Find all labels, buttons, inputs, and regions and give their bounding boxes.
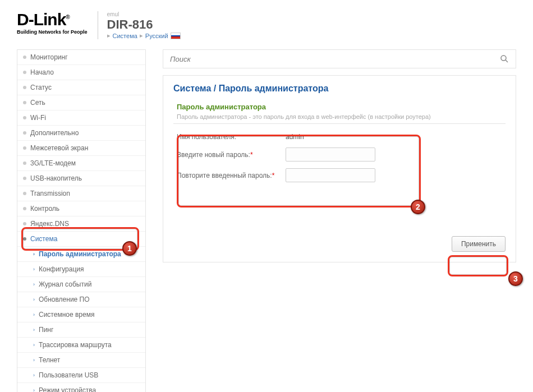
- bullet-icon: [23, 71, 26, 74]
- sub-telnet[interactable]: ›Телнет: [17, 353, 145, 368]
- header: D-Link® Building Networks for People emu…: [17, 11, 516, 39]
- username-label: Имя пользователя:: [177, 133, 283, 141]
- nav-usb-storage[interactable]: USB-накопитель: [17, 171, 145, 186]
- chevron-right-icon: ›: [33, 297, 35, 302]
- nav-start[interactable]: Начало: [17, 65, 145, 80]
- sub-event-log[interactable]: ›Журнал событий: [17, 277, 145, 292]
- repeat-password-input[interactable]: [286, 168, 375, 182]
- row-new-password: Введите новый пароль:*: [173, 144, 506, 165]
- sub-system-time[interactable]: ›Системное время: [17, 307, 145, 322]
- content: Система / Пароль администратора Пароль а…: [163, 49, 516, 262]
- emul-label: emul: [107, 11, 181, 17]
- row-repeat-password: Повторите введенный пароль:*: [173, 165, 506, 186]
- bullet-icon: [23, 177, 26, 180]
- sub-firmware-update[interactable]: ›Обновление ПО: [17, 292, 145, 307]
- bullet-icon: [23, 131, 26, 135]
- nav-system[interactable]: Система: [17, 232, 145, 247]
- svg-line-1: [506, 60, 508, 62]
- nav-monitoring[interactable]: Мониторинг: [17, 50, 145, 65]
- bullet-icon: [23, 101, 26, 104]
- brand-logo: D-Link®: [17, 11, 88, 28]
- main-panel: Система / Пароль администратора Пароль а…: [163, 75, 516, 262]
- nav-wifi[interactable]: Wi-Fi: [17, 110, 145, 126]
- username-value: admin: [286, 133, 304, 141]
- chevron-right-icon: ▸: [107, 32, 111, 39]
- nav-network[interactable]: Сеть: [17, 95, 145, 110]
- bullet-icon: [23, 116, 26, 119]
- model-box: emul DIR-816 ▸ Система ▸ Русский: [98, 11, 181, 39]
- logo-box: D-Link® Building Networks for People: [17, 11, 88, 35]
- chevron-right-icon: ›: [33, 312, 35, 317]
- new-password-label: Введите новый пароль:*: [177, 151, 283, 159]
- nav-yandex-dns[interactable]: Яндекс.DNS: [17, 216, 145, 232]
- page-title: Система / Пароль администратора: [173, 84, 506, 94]
- search-bar[interactable]: [163, 49, 516, 68]
- sub-usb-users[interactable]: ›Пользователи USB: [17, 368, 145, 383]
- apply-button[interactable]: Применить: [452, 236, 506, 252]
- bullet-icon: [23, 192, 26, 195]
- nav-control[interactable]: Контроль: [17, 201, 145, 216]
- bc-system[interactable]: Система: [113, 33, 137, 39]
- chevron-right-icon: ›: [33, 372, 35, 378]
- flag-ru-icon: [171, 33, 181, 39]
- bullet-icon: [23, 237, 26, 241]
- chevron-right-icon: ›: [33, 251, 35, 257]
- brand-slogan: Building Networks for People: [17, 29, 88, 35]
- chevron-right-icon: ›: [33, 388, 35, 392]
- bullet-icon: [23, 207, 26, 210]
- nav-status[interactable]: Статус: [17, 80, 145, 95]
- nav-3g-lte[interactable]: 3G/LTE-модем: [17, 156, 145, 171]
- nav-firewall[interactable]: Межсетевой экран: [17, 141, 145, 156]
- breadcrumb: ▸ Система ▸ Русский: [107, 32, 181, 39]
- new-password-input[interactable]: [286, 147, 375, 162]
- bullet-icon: [23, 222, 26, 225]
- chevron-right-icon: ›: [33, 266, 35, 272]
- bullet-icon: [23, 86, 26, 89]
- sub-traceroute[interactable]: ›Трассировка маршрута: [17, 338, 145, 353]
- svg-point-0: [501, 56, 506, 61]
- section-description: Пароль администратора - это пароль для в…: [173, 111, 506, 124]
- chevron-right-icon: ▸: [140, 32, 143, 39]
- sub-admin-password[interactable]: ›Пароль администратора: [17, 247, 145, 262]
- chevron-right-icon: ›: [33, 342, 35, 348]
- bc-lang[interactable]: Русский: [145, 33, 168, 39]
- chevron-right-icon: ›: [33, 282, 35, 287]
- sidebar: Мониторинг Начало Статус Сеть Wi-Fi Допо…: [17, 49, 146, 392]
- search-input[interactable]: [170, 55, 500, 63]
- sub-device-mode[interactable]: ›Режим устройства: [17, 383, 145, 392]
- model-name: DIR-816: [107, 17, 181, 32]
- repeat-password-label: Повторите введенный пароль:*: [177, 172, 283, 179]
- chevron-right-icon: ›: [33, 327, 35, 333]
- bullet-icon: [23, 146, 26, 150]
- sub-configuration[interactable]: ›Конфигурация: [17, 262, 145, 277]
- search-icon[interactable]: [500, 54, 509, 63]
- nav-advanced[interactable]: Дополнительно: [17, 126, 145, 141]
- row-username: Имя пользователя: admin: [173, 130, 506, 144]
- bullet-icon: [23, 56, 26, 59]
- bullet-icon: [23, 162, 26, 165]
- chevron-right-icon: ›: [33, 357, 35, 363]
- section-title: Пароль администратора: [177, 103, 506, 111]
- nav-transmission[interactable]: Transmission: [17, 186, 145, 201]
- sub-ping[interactable]: ›Пинг: [17, 322, 145, 338]
